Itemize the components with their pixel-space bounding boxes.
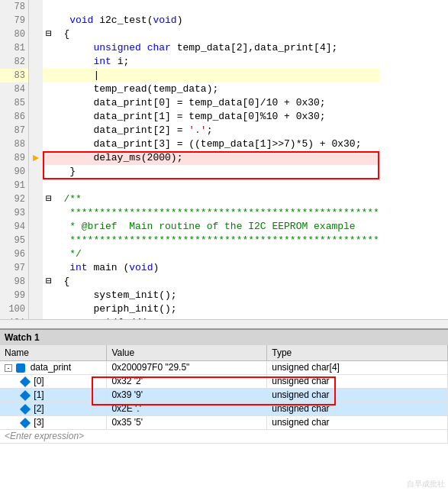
code-line-79: void i2c_test(void) bbox=[43, 14, 379, 27]
watch-cell-value-3: 0x35 '5' bbox=[107, 415, 267, 429]
watch-cell-name-1: [1] bbox=[0, 388, 107, 402]
breakpoint-arrow: ► bbox=[31, 151, 41, 165]
watch-cell-name-3: [3] bbox=[0, 415, 107, 429]
diamond-icon-3 bbox=[20, 418, 31, 428]
code-line-98: ⊟ { bbox=[43, 275, 379, 289]
watch-cell-type-2: unsigned char bbox=[267, 402, 448, 415]
watch-cell-type-0: unsigned char bbox=[267, 374, 448, 388]
code-line-78 bbox=[43, 0, 379, 14]
watch-panel: Watch 1 Name Value Type - data_print bbox=[0, 328, 448, 491]
watermark: 自早成批社 bbox=[407, 479, 445, 489]
watch-cell-value-0: 0x32 '2' bbox=[107, 374, 267, 388]
expand-icon-data-print[interactable]: - bbox=[5, 364, 12, 372]
gutter-area: ► bbox=[29, 0, 43, 319]
watch-cell-value-1: 0x39 '9' bbox=[107, 388, 267, 402]
var-icon-data-print bbox=[16, 363, 25, 373]
watch-cell-type-data-print: unsigned char[4] bbox=[267, 360, 448, 374]
code-content[interactable]: void i2c_test(void) ⊟ { unsigned char te… bbox=[43, 0, 379, 319]
code-line-94: * @brief Main routine of the I2C EEPROM … bbox=[43, 220, 379, 234]
watch-row-data-print[interactable]: - data_print 0x200097F0 "29.5" unsigned … bbox=[0, 360, 448, 374]
diamond-icon-2 bbox=[20, 404, 31, 415]
watch-row-enter-expr[interactable]: <Enter expression> bbox=[0, 429, 448, 443]
watch-title: Watch 1 bbox=[0, 330, 448, 345]
line-numbers: 78 79 80 81 82 83 84 85 86 87 88 89 90 9… bbox=[0, 0, 29, 319]
code-line-87: data_print[2] = '.'; bbox=[43, 124, 379, 137]
code-editor: 78 79 80 81 82 83 84 85 86 87 88 89 90 9… bbox=[0, 0, 448, 328]
watch-cell-name-data-print: - data_print bbox=[0, 360, 107, 374]
code-line-91 bbox=[43, 179, 379, 192]
code-line-82: int i; bbox=[43, 55, 379, 69]
code-line-86: data_print[1] = temp_data[0]%10 + 0x30; bbox=[43, 110, 379, 124]
code-line-83: | bbox=[43, 69, 379, 82]
code-line-88: data_print[3] = ((temp_data[1]>>7)*5) + … bbox=[43, 137, 379, 151]
watch-row-0[interactable]: [0] 0x32 '2' unsigned char bbox=[0, 374, 448, 388]
watch-cell-name-2: [2] bbox=[0, 402, 107, 415]
code-line-85: data_print[0] = temp_data[0]/10 + 0x30; bbox=[43, 96, 379, 110]
code-line-99: system_init(); bbox=[43, 289, 379, 302]
watch-row-1[interactable]: [1] 0x39 '9' unsigned char bbox=[0, 388, 448, 402]
code-line-97: int main (void) bbox=[43, 261, 379, 275]
code-line-92: ⊟ /** bbox=[43, 192, 379, 206]
watch-cell-name-0: [0] bbox=[0, 374, 107, 388]
col-header-name: Name bbox=[0, 345, 107, 360]
diamond-icon-1 bbox=[20, 390, 31, 401]
watch-cell-type-3: unsigned char bbox=[267, 415, 448, 429]
code-line-100: periph_init(); bbox=[43, 302, 379, 316]
watch-table: Name Value Type - data_print 0x200097F0 … bbox=[0, 345, 448, 444]
code-line-80: ⊟ { bbox=[43, 27, 379, 41]
code-line-90: } bbox=[43, 165, 379, 179]
col-header-value: Value bbox=[107, 345, 267, 360]
col-header-type: Type bbox=[267, 345, 448, 360]
code-line-95: ****************************************… bbox=[43, 234, 379, 247]
watch-row-2[interactable]: [2] 0x2E '.' unsigned char bbox=[0, 402, 448, 415]
code-line-81: unsigned char temp_data[2],data_print[4]… bbox=[43, 41, 379, 55]
code-line-84: temp_read(temp_data); bbox=[43, 82, 379, 96]
watch-enter-expr[interactable]: <Enter expression> bbox=[0, 429, 448, 443]
watch-cell-value-2: 0x2E '.' bbox=[107, 402, 267, 415]
watch-cell-type-1: unsigned char bbox=[267, 388, 448, 402]
horizontal-scrollbar[interactable] bbox=[0, 319, 448, 328]
diamond-icon-0 bbox=[20, 376, 31, 387]
code-line-89: delay_ms(2000); bbox=[43, 151, 379, 165]
code-line-93: ****************************************… bbox=[43, 206, 379, 220]
watch-cell-value-data-print: 0x200097F0 "29.5" bbox=[107, 360, 267, 374]
watch-row-3[interactable]: [3] 0x35 '5' unsigned char bbox=[0, 415, 448, 429]
code-line-96: */ bbox=[43, 247, 379, 261]
